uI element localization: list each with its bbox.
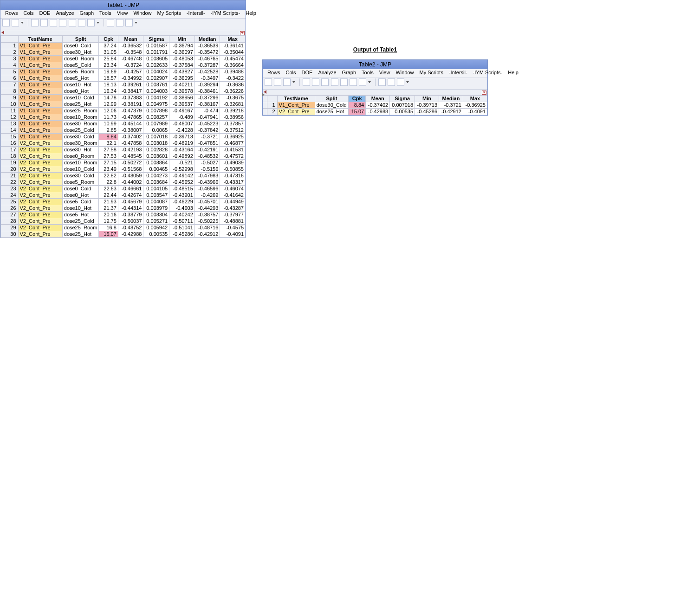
cell[interactable]: 0.005942	[143, 225, 169, 231]
menu-item[interactable]: Cols	[283, 69, 299, 76]
cell[interactable]: -0.37287	[194, 62, 220, 69]
menu-item[interactable]: Rows	[265, 69, 283, 76]
cell[interactable]: -0.45474	[220, 56, 246, 62]
paste-icon[interactable]	[283, 78, 291, 86]
column-header[interactable]: Sigma	[390, 96, 415, 102]
cell[interactable]: -0.48752	[118, 225, 143, 231]
cell[interactable]: 0.003018	[143, 140, 169, 147]
cell[interactable]: -0.38779	[118, 212, 143, 218]
cell[interactable]: -0.50272	[118, 160, 143, 166]
cell[interactable]: -0.46596	[194, 186, 220, 192]
cell[interactable]: -0.3636	[220, 82, 246, 88]
cell[interactable]: -0.34992	[118, 75, 143, 82]
tool-icon[interactable]	[312, 78, 319, 86]
cell[interactable]: -0.36097	[169, 49, 195, 56]
row-number[interactable]: 24	[1, 192, 19, 199]
menu-item[interactable]: Cols	[21, 10, 37, 16]
cell[interactable]: -0.46229	[169, 199, 195, 205]
cell[interactable]: -0.46661	[118, 186, 143, 192]
menu-item[interactable]: -IYM Scripts-	[208, 10, 243, 16]
cell[interactable]: -0.38956	[169, 95, 195, 101]
table-row[interactable]: 7V1_Cont_Predose10_Hot18.13-0.392610.003…	[1, 82, 246, 88]
cell[interactable]: 22.44	[99, 192, 118, 199]
cell[interactable]: -0.50037	[118, 218, 143, 225]
cell[interactable]: 0.003684	[143, 179, 169, 186]
table-row[interactable]: 19V2_Cont_Predose10_Room27.15-0.502720.0…	[1, 160, 246, 166]
cell[interactable]: dose30_Room	[62, 121, 99, 127]
row-number[interactable]: 27	[1, 212, 19, 218]
cell[interactable]: -0.38757	[194, 212, 220, 218]
row-number[interactable]: 21	[1, 173, 19, 179]
column-header[interactable]: Mean	[118, 36, 143, 43]
cell[interactable]: V1_Cont_Pre	[18, 49, 62, 56]
cell[interactable]: -0.3548	[118, 49, 143, 56]
row-number[interactable]: 26	[1, 205, 19, 212]
cell[interactable]: -0.50711	[169, 218, 195, 225]
cell[interactable]: dose5_Cold	[62, 62, 99, 69]
cell[interactable]: V1_Cont_Pre	[18, 127, 62, 134]
cell[interactable]: -0.36532	[118, 43, 143, 49]
cell[interactable]: -0.40211	[169, 82, 195, 88]
cell[interactable]: dose0_Hot	[62, 192, 99, 199]
corner-cell[interactable]	[1, 36, 19, 43]
cell[interactable]: -0.5156	[194, 166, 220, 173]
tool-icon[interactable]	[359, 78, 366, 86]
expand-cell[interactable]	[263, 102, 267, 109]
row-number[interactable]: 20	[1, 166, 19, 173]
cell[interactable]: 0.002828	[143, 147, 169, 153]
menu-item[interactable]: Tools	[97, 10, 114, 16]
cell[interactable]: 14.78	[99, 95, 118, 101]
cell[interactable]: 0.001587	[143, 43, 169, 49]
cell[interactable]: -0.52998	[169, 166, 195, 173]
menu-item[interactable]: View	[114, 10, 131, 16]
cell[interactable]: dose25_Cold	[62, 218, 99, 225]
cell[interactable]: V2_Cont_Pre	[277, 109, 315, 115]
tool-icon[interactable]	[87, 19, 95, 26]
cell[interactable]: -0.42912	[194, 231, 220, 238]
tool-icon[interactable]	[59, 19, 66, 26]
menu-item[interactable]: My Scripts	[417, 69, 446, 76]
tool-icon[interactable]	[321, 78, 329, 86]
cell[interactable]: -0.35472	[194, 49, 220, 56]
cell[interactable]: -0.46765	[194, 56, 220, 62]
table-row[interactable]: 2V2_Cont_Predose25_Hot15.07-0.429880.005…	[263, 109, 487, 115]
cell[interactable]: 11.73	[99, 114, 118, 121]
cell[interactable]: 0.003304	[143, 212, 169, 218]
cell[interactable]: -0.489	[169, 114, 195, 121]
cell[interactable]: dose5_Cold	[62, 199, 99, 205]
table-row[interactable]: 16V2_Cont_Predose30_Room32.1-0.478580.00…	[1, 140, 246, 147]
cell[interactable]: -0.39294	[194, 82, 220, 88]
table-row[interactable]: 15V1_Cont_Predose30_Cold8.84-0.374020.00…	[1, 134, 246, 140]
cell[interactable]: -0.4028	[169, 127, 195, 134]
cell[interactable]: -0.37296	[194, 95, 220, 101]
cell[interactable]: 0.007018	[390, 102, 415, 109]
cell[interactable]: -0.4257	[118, 69, 143, 75]
tool-icon[interactable]	[397, 78, 404, 86]
cell[interactable]: -0.36925	[463, 102, 487, 109]
menu-item[interactable]: Window	[393, 69, 416, 76]
cell[interactable]: -0.41531	[220, 147, 246, 153]
row-number[interactable]: 14	[1, 127, 19, 134]
cell[interactable]: V2_Cont_Pre	[18, 166, 62, 173]
cell[interactable]: 21.37	[99, 205, 118, 212]
cell[interactable]: 0.00465	[143, 166, 169, 173]
menu-item[interactable]: Analyze	[53, 10, 77, 16]
menu-item[interactable]: Tools	[359, 69, 376, 76]
cell[interactable]: dose0_Cold	[62, 43, 99, 49]
cell[interactable]: -0.36794	[169, 43, 195, 49]
tool-icon[interactable]	[340, 78, 348, 86]
menu-item[interactable]: DOE	[299, 69, 316, 76]
cell[interactable]: dose10_Room	[62, 114, 99, 121]
row-number[interactable]: 11	[1, 108, 19, 114]
menu-item[interactable]: View	[376, 69, 393, 76]
cell[interactable]: -0.47316	[220, 173, 246, 179]
row-number[interactable]: 17	[1, 147, 19, 153]
expand-cell[interactable]	[263, 109, 267, 115]
cell[interactable]: dose25_Cold	[62, 127, 99, 134]
cell[interactable]: -0.36226	[220, 88, 246, 95]
cell[interactable]: -0.47851	[194, 140, 220, 147]
cell[interactable]: 25.84	[99, 56, 118, 62]
cell[interactable]: V2_Cont_Pre	[18, 153, 62, 160]
cell[interactable]: dose5_Room	[62, 69, 99, 75]
cell[interactable]: -0.4575	[220, 225, 246, 231]
